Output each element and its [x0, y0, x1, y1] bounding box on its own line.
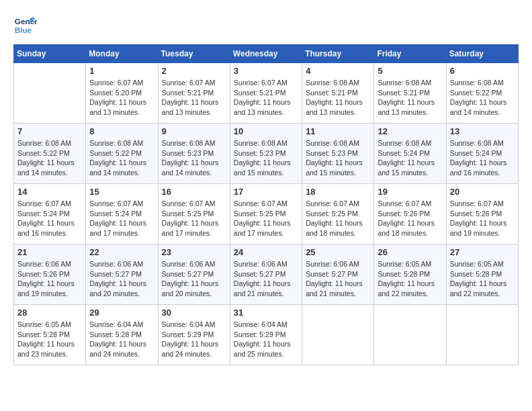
day-number: 24 [234, 247, 298, 257]
day-number: 23 [162, 247, 226, 257]
calendar-cell: 21Sunrise: 6:06 AM Sunset: 5:26 PM Dayli… [14, 244, 86, 305]
day-number: 25 [306, 247, 370, 257]
calendar-cell: 2Sunrise: 6:07 AM Sunset: 5:21 PM Daylig… [158, 63, 230, 124]
day-number: 1 [89, 66, 154, 76]
weekday-header-wednesday: Wednesday [230, 45, 302, 63]
day-number: 26 [378, 247, 442, 257]
day-number: 17 [234, 187, 298, 197]
calendar-cell: 25Sunrise: 6:06 AM Sunset: 5:27 PM Dayli… [302, 244, 374, 305]
calendar-week-row: 7Sunrise: 6:08 AM Sunset: 5:22 PM Daylig… [14, 124, 519, 184]
day-info: Sunrise: 6:07 AM Sunset: 5:24 PM Dayligh… [89, 199, 154, 238]
calendar-cell: 10Sunrise: 6:08 AM Sunset: 5:23 PM Dayli… [230, 124, 302, 184]
day-number: 13 [450, 126, 515, 136]
day-number: 21 [17, 247, 82, 257]
day-number: 31 [234, 308, 298, 318]
weekday-header-sunday: Sunday [14, 45, 86, 63]
weekday-header-tuesday: Tuesday [158, 45, 230, 63]
day-number: 7 [17, 126, 82, 136]
day-info: Sunrise: 6:07 AM Sunset: 5:21 PM Dayligh… [162, 78, 226, 118]
day-number: 5 [378, 66, 442, 76]
day-info: Sunrise: 6:04 AM Sunset: 5:28 PM Dayligh… [89, 320, 154, 359]
weekday-header-monday: Monday [86, 45, 158, 63]
calendar-cell: 6Sunrise: 6:08 AM Sunset: 5:22 PM Daylig… [446, 63, 518, 124]
calendar-cell: 26Sunrise: 6:05 AM Sunset: 5:28 PM Dayli… [374, 244, 446, 305]
day-info: Sunrise: 6:06 AM Sunset: 5:26 PM Dayligh… [17, 259, 82, 299]
calendar-cell: 11Sunrise: 6:08 AM Sunset: 5:23 PM Dayli… [302, 124, 374, 184]
calendar-cell: 8Sunrise: 6:08 AM Sunset: 5:22 PM Daylig… [86, 124, 158, 184]
calendar-cell: 28Sunrise: 6:05 AM Sunset: 5:28 PM Dayli… [14, 305, 86, 365]
calendar-cell: 24Sunrise: 6:06 AM Sunset: 5:27 PM Dayli… [230, 244, 302, 305]
day-info: Sunrise: 6:08 AM Sunset: 5:21 PM Dayligh… [378, 78, 442, 118]
calendar-cell: 27Sunrise: 6:05 AM Sunset: 5:28 PM Dayli… [446, 244, 518, 305]
day-info: Sunrise: 6:05 AM Sunset: 5:28 PM Dayligh… [17, 320, 82, 359]
calendar-week-row: 1Sunrise: 6:07 AM Sunset: 5:20 PM Daylig… [14, 63, 519, 124]
calendar-week-row: 21Sunrise: 6:06 AM Sunset: 5:26 PM Dayli… [14, 244, 519, 305]
weekday-header-thursday: Thursday [302, 45, 374, 63]
weekday-header-friday: Friday [374, 45, 446, 63]
day-info: Sunrise: 6:08 AM Sunset: 5:24 PM Dayligh… [450, 138, 515, 178]
calendar-week-row: 28Sunrise: 6:05 AM Sunset: 5:28 PM Dayli… [14, 305, 519, 365]
calendar-cell [302, 305, 374, 365]
day-number: 15 [89, 187, 154, 197]
logo: General Blue [13, 13, 38, 38]
calendar-cell: 15Sunrise: 6:07 AM Sunset: 5:24 PM Dayli… [86, 184, 158, 244]
calendar-cell: 13Sunrise: 6:08 AM Sunset: 5:24 PM Dayli… [446, 124, 518, 184]
calendar-cell: 23Sunrise: 6:06 AM Sunset: 5:27 PM Dayli… [158, 244, 230, 305]
day-number: 20 [450, 187, 515, 197]
calendar-cell [446, 305, 518, 365]
calendar-cell: 7Sunrise: 6:08 AM Sunset: 5:22 PM Daylig… [14, 124, 86, 184]
day-number: 8 [89, 126, 154, 136]
day-info: Sunrise: 6:05 AM Sunset: 5:28 PM Dayligh… [450, 259, 515, 299]
day-info: Sunrise: 6:08 AM Sunset: 5:23 PM Dayligh… [234, 138, 298, 178]
weekday-header-row: SundayMondayTuesdayWednesdayThursdayFrid… [14, 45, 519, 63]
day-info: Sunrise: 6:08 AM Sunset: 5:21 PM Dayligh… [306, 78, 370, 118]
day-info: Sunrise: 6:05 AM Sunset: 5:28 PM Dayligh… [378, 259, 442, 299]
calendar-table: SundayMondayTuesdayWednesdayThursdayFrid… [13, 44, 519, 365]
day-number: 4 [306, 66, 370, 76]
calendar-cell: 20Sunrise: 6:07 AM Sunset: 5:26 PM Dayli… [446, 184, 518, 244]
day-info: Sunrise: 6:07 AM Sunset: 5:24 PM Dayligh… [17, 199, 82, 238]
day-info: Sunrise: 6:06 AM Sunset: 5:27 PM Dayligh… [162, 259, 226, 299]
day-info: Sunrise: 6:06 AM Sunset: 5:27 PM Dayligh… [234, 259, 298, 299]
calendar-cell: 17Sunrise: 6:07 AM Sunset: 5:25 PM Dayli… [230, 184, 302, 244]
day-info: Sunrise: 6:04 AM Sunset: 5:29 PM Dayligh… [234, 320, 298, 359]
day-number: 16 [162, 187, 226, 197]
day-info: Sunrise: 6:08 AM Sunset: 5:22 PM Dayligh… [89, 138, 154, 178]
calendar-cell: 9Sunrise: 6:08 AM Sunset: 5:23 PM Daylig… [158, 124, 230, 184]
day-number: 14 [17, 187, 82, 197]
day-info: Sunrise: 6:07 AM Sunset: 5:26 PM Dayligh… [378, 199, 442, 238]
day-number: 29 [89, 308, 154, 318]
day-number: 10 [234, 126, 298, 136]
calendar-cell: 16Sunrise: 6:07 AM Sunset: 5:25 PM Dayli… [158, 184, 230, 244]
day-number: 18 [306, 187, 370, 197]
day-number: 12 [378, 126, 442, 136]
calendar-week-row: 14Sunrise: 6:07 AM Sunset: 5:24 PM Dayli… [14, 184, 519, 244]
day-info: Sunrise: 6:08 AM Sunset: 5:22 PM Dayligh… [17, 138, 82, 178]
calendar-cell: 31Sunrise: 6:04 AM Sunset: 5:29 PM Dayli… [230, 305, 302, 365]
day-info: Sunrise: 6:07 AM Sunset: 5:25 PM Dayligh… [306, 199, 370, 238]
svg-text:Blue: Blue [15, 26, 32, 34]
calendar-cell: 18Sunrise: 6:07 AM Sunset: 5:25 PM Dayli… [302, 184, 374, 244]
day-info: Sunrise: 6:08 AM Sunset: 5:23 PM Dayligh… [306, 138, 370, 178]
calendar-cell: 3Sunrise: 6:07 AM Sunset: 5:21 PM Daylig… [230, 63, 302, 124]
calendar-cell [374, 305, 446, 365]
day-number: 11 [306, 126, 370, 136]
calendar-cell [14, 63, 86, 124]
calendar-cell: 30Sunrise: 6:04 AM Sunset: 5:29 PM Dayli… [158, 305, 230, 365]
day-number: 22 [89, 247, 154, 257]
calendar-cell: 14Sunrise: 6:07 AM Sunset: 5:24 PM Dayli… [14, 184, 86, 244]
day-number: 27 [450, 247, 515, 257]
day-info: Sunrise: 6:06 AM Sunset: 5:27 PM Dayligh… [306, 259, 370, 299]
day-info: Sunrise: 6:06 AM Sunset: 5:27 PM Dayligh… [89, 259, 154, 299]
calendar-cell: 29Sunrise: 6:04 AM Sunset: 5:28 PM Dayli… [86, 305, 158, 365]
day-info: Sunrise: 6:07 AM Sunset: 5:21 PM Dayligh… [234, 78, 298, 118]
logo-icon: General Blue [13, 13, 38, 38]
day-number: 9 [162, 126, 226, 136]
day-number: 3 [234, 66, 298, 76]
day-info: Sunrise: 6:07 AM Sunset: 5:25 PM Dayligh… [162, 199, 226, 238]
day-info: Sunrise: 6:07 AM Sunset: 5:26 PM Dayligh… [450, 199, 515, 238]
day-info: Sunrise: 6:04 AM Sunset: 5:29 PM Dayligh… [162, 320, 226, 359]
day-info: Sunrise: 6:08 AM Sunset: 5:22 PM Dayligh… [450, 78, 515, 118]
day-info: Sunrise: 6:07 AM Sunset: 5:20 PM Dayligh… [89, 78, 154, 118]
calendar-cell: 19Sunrise: 6:07 AM Sunset: 5:26 PM Dayli… [374, 184, 446, 244]
